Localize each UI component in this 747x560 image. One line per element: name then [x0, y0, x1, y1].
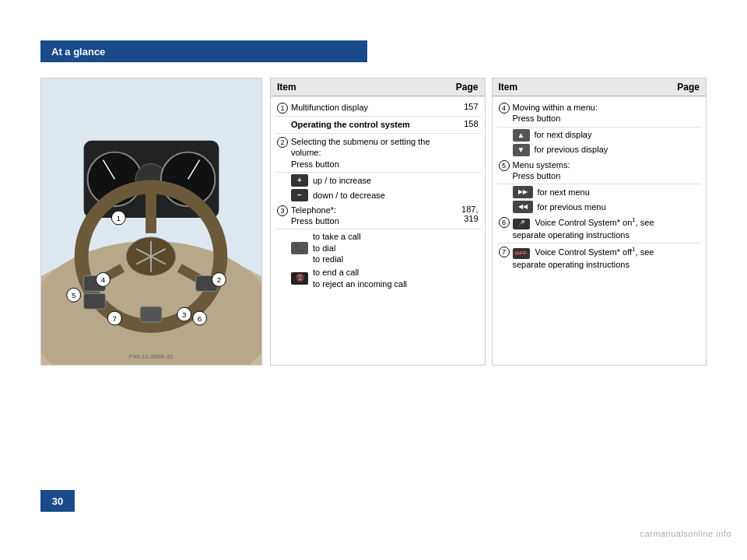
right-table-body: 4 Moving within a menu:Press button ▲ fo…: [493, 96, 707, 276]
phone-answer-label: to take a callto dialto redial: [313, 231, 361, 264]
item-number: 6: [499, 217, 510, 228]
left-col2-header: Page: [456, 82, 479, 93]
prev-menu-label: for previous menu: [538, 201, 606, 212]
svg-text:5: 5: [72, 291, 76, 299]
table-row: 7 OFF Voice Control System* off1, see se…: [497, 243, 702, 272]
svg-text:4: 4: [101, 275, 106, 284]
item-number: 5: [499, 160, 510, 171]
svg-text:7: 7: [113, 314, 117, 323]
header-title: At a glance: [51, 46, 105, 58]
item-number: 2: [277, 137, 288, 148]
right-table-header: Item Page: [493, 79, 707, 96]
table-row: 6 🎤 Voice Control System* on1, see separ…: [497, 214, 702, 243]
prev-display-label: for previous display: [535, 144, 608, 155]
item-label: Selecting the submenu or setting the vol…: [291, 136, 455, 170]
item-label: Operating the control system: [291, 119, 455, 130]
item-number: 4: [499, 103, 510, 114]
page-number-box: 30: [40, 490, 75, 512]
item-label: OFF Voice Control System* off1, see sepa…: [513, 246, 677, 270]
phone-answer-icon: 📞: [291, 242, 308, 254]
sub-row-phone-answer: 📞 to take a callto dialto redial: [275, 229, 480, 265]
svg-text:1: 1: [117, 214, 121, 222]
table-row: 2 Selecting the submenu or setting the v…: [275, 134, 480, 173]
left-table-body: 1 Multifunction display 157 Operating th…: [271, 96, 485, 293]
item-label: Menu systems:Press button: [513, 159, 677, 182]
next-display-label: for next display: [535, 129, 592, 140]
sub-row-next-menu: ▶▶ for next menu: [497, 184, 702, 199]
item-number: 1: [277, 103, 288, 114]
down-label: down / to decrease: [313, 190, 385, 201]
item-label: Moving within a menu:Press button: [513, 102, 677, 124]
item-page: 158: [455, 119, 479, 128]
table-row: 4 Moving within a menu:Press button: [497, 100, 702, 128]
svg-rect-20: [140, 306, 162, 322]
phone-end-label: to end a callto reject an incoming call: [313, 267, 407, 289]
voice-off-icon: OFF: [513, 248, 530, 259]
table-row: 3 Telephone*:Press button 187,319: [275, 202, 480, 230]
prev-menu-icon: ◀◀: [513, 201, 533, 213]
steering-wheel-image: 1 2 3 4 5 6 7 P46.10-2866-31: [40, 78, 262, 366]
right-col1-header: Item: [499, 82, 518, 93]
sub-row-prev-display: ▼ for previous display: [497, 142, 702, 157]
arrow-down-icon: ▼: [513, 144, 530, 156]
sub-row-prev-menu: ◀◀ for previous menu: [497, 199, 702, 214]
svg-text:6: 6: [198, 314, 202, 323]
item-page: 187,319: [455, 205, 479, 223]
main-content: 1 2 3 4 5 6 7 P46.10-2866-31: [40, 78, 707, 366]
table-row: 5 Menu systems:Press button: [497, 157, 702, 185]
plus-button-icon: +: [291, 174, 308, 187]
sub-row-phone-end: 📵 to end a callto reject an incoming cal…: [275, 265, 480, 290]
left-table: Item Page 1 Multifunction display 157 Op…: [270, 78, 486, 366]
page-number: 30: [52, 495, 63, 507]
item-number: 7: [499, 247, 510, 257]
item-label: 🎤 Voice Control System* on1, see separat…: [513, 216, 677, 240]
item-number: 3: [277, 205, 288, 216]
right-col2-header: Page: [677, 82, 700, 93]
svg-text:3: 3: [182, 310, 187, 319]
sub-row-down: − down / to decrease: [275, 187, 480, 202]
table-row: 1 Multifunction display 157: [275, 100, 480, 117]
table-row: Operating the control system 158: [275, 117, 480, 134]
item-label: Telephone*:Press button: [291, 205, 455, 227]
svg-text:2: 2: [217, 275, 222, 284]
tables-container: Item Page 1 Multifunction display 157 Op…: [270, 78, 707, 366]
section-header: At a glance: [40, 40, 367, 62]
sub-row-next-display: ▲ for next display: [497, 128, 702, 142]
next-menu-label: for next menu: [538, 187, 590, 198]
left-col1-header: Item: [277, 82, 296, 93]
svg-text:P46.10-2866-31: P46.10-2866-31: [129, 353, 174, 360]
left-table-header: Item Page: [271, 79, 485, 96]
up-label: up / to increase: [313, 175, 371, 186]
item-page: 157: [455, 102, 479, 111]
watermark: carmanualsonline.info: [640, 529, 731, 538]
svg-rect-18: [84, 293, 106, 309]
item-label: Multifunction display: [291, 102, 455, 113]
sub-row-up: + up / to increase: [275, 173, 480, 187]
voice-on-icon: 🎤: [513, 219, 530, 229]
minus-button-icon: −: [291, 189, 308, 201]
phone-end-icon: 📵: [291, 272, 308, 285]
right-table: Item Page 4 Moving within a menu:Press b…: [492, 78, 707, 366]
next-menu-icon: ▶▶: [513, 186, 533, 198]
arrow-up-icon: ▲: [513, 129, 530, 142]
